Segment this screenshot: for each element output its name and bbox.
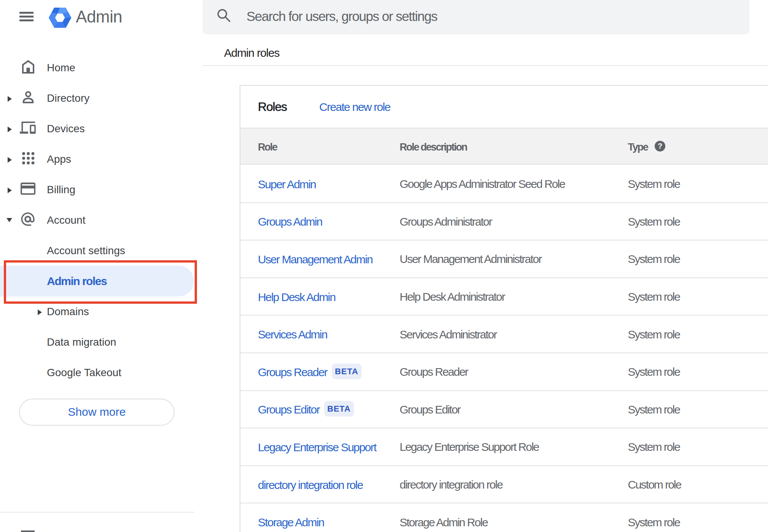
svg-text:?: ?	[658, 142, 662, 150]
